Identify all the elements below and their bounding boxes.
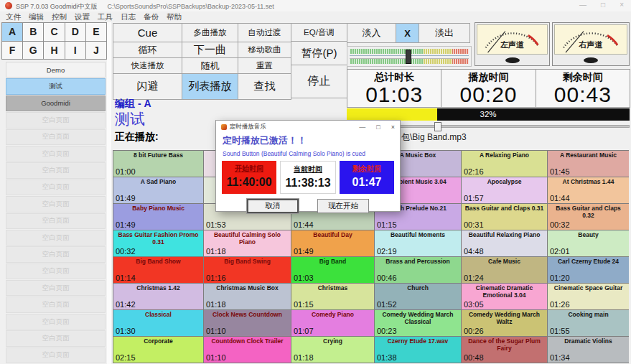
sound-button-cafe-music[interactable]: Cafe Music01:24 <box>461 256 548 284</box>
menu-item-帮助[interactable]: 帮助 <box>167 12 182 22</box>
page-item-empty[interactable]: 空白页面 <box>6 230 106 246</box>
sound-button-beautiful-day[interactable]: Beautiful Day01:49 <box>291 230 375 257</box>
next-track-button[interactable]: 下一曲 <box>182 42 238 58</box>
letter-tab-E[interactable]: E <box>85 22 107 42</box>
sound-button-a-relaxing-piano[interactable]: A Relaxing Piano02:16 <box>461 150 548 177</box>
menu-item-日志[interactable]: 日志 <box>121 12 136 22</box>
page-item-Demo[interactable]: Demo <box>6 62 106 78</box>
letter-tab-D[interactable]: D <box>65 22 86 42</box>
sound-button-corporate[interactable]: Corporate02:15 <box>113 336 204 363</box>
sound-button-beauty[interactable]: Beauty02:01 <box>547 230 629 257</box>
sound-button-christmas[interactable]: Christmas01:15 <box>291 283 375 310</box>
menu-item-编辑[interactable]: 编辑 <box>29 12 44 22</box>
fast-play-button[interactable]: 快速播放 <box>113 57 182 74</box>
page-item-empty[interactable]: 空白页面 <box>6 330 106 346</box>
sound-button-dramatic-violins[interactable]: Dramatic Violins01:34 <box>547 336 629 363</box>
sound-button-big-band-swing[interactable]: Big Band Swing01:16 <box>203 256 291 284</box>
eq-button[interactable]: EQ/音调 <box>291 23 347 42</box>
maximize-icon[interactable]: □ <box>601 1 605 9</box>
letter-tab-J[interactable]: J <box>85 41 107 60</box>
duck-button[interactable]: 闪避 <box>113 73 182 100</box>
sound-button-czerny-etude-17-wav[interactable]: Czerny Etude 17.wav01:38 <box>374 336 462 363</box>
cancel-button[interactable]: 取消 <box>247 199 299 213</box>
page-item-empty[interactable]: 空白页面 <box>6 246 106 262</box>
letter-tab-C[interactable]: C <box>43 22 65 42</box>
sound-button-big-band-show[interactable]: Big Band Show01:14 <box>113 256 204 284</box>
loop-button[interactable]: 循环 <box>113 42 182 58</box>
sound-button-a-restaurant-music[interactable]: A Restaurant Music01:45 <box>547 150 629 177</box>
sound-button-comedy-piano[interactable]: Comedy Piano01:07 <box>291 309 375 337</box>
multi-play-button[interactable]: 多曲播放 <box>182 23 238 42</box>
sound-button-at-christmas-1-44[interactable]: At Christmas 1.4401:44 <box>547 177 629 204</box>
menu-item-工具[interactable]: 工具 <box>98 12 113 22</box>
letter-tab-I[interactable]: I <box>65 41 86 60</box>
letter-tab-H[interactable]: H <box>43 41 65 60</box>
page-item-empty[interactable]: 空白页面 <box>6 112 106 128</box>
page-item-empty[interactable]: 空白页面 <box>6 146 106 162</box>
dialog-minimize-icon[interactable]: — <box>359 123 365 131</box>
fade-in-button[interactable]: 淡入 <box>347 23 396 43</box>
menu-item-设置[interactable]: 设置 <box>75 12 90 22</box>
seek-handle[interactable] <box>434 122 441 131</box>
list-play-button[interactable]: 列表播放 <box>182 73 238 100</box>
move-track-button[interactable]: 移动歌曲 <box>238 42 291 58</box>
sound-button-8-bit-future-bass[interactable]: 8 bit Future Bass01:00 <box>113 150 204 177</box>
stop-button[interactable]: 停止 <box>291 65 347 98</box>
page-item-empty[interactable]: 空白页面 <box>6 213 106 229</box>
sound-button-bass-guitar-and-claps-0-32[interactable]: Bass Guitar and Claps 0.3200:32 <box>547 203 629 230</box>
sound-button-comedy-wedding-march-waltz[interactable]: Comedy Wedding March Waltz00:26 <box>461 309 548 337</box>
close-icon[interactable]: × <box>620 1 624 9</box>
sound-button-big-band[interactable]: Big Band01:03 <box>291 256 375 284</box>
sound-button-dance-of-the-sugar-plum-fairy[interactable]: Dance of the Sugar Plum Fairy00:48 <box>461 336 548 363</box>
page-item-empty[interactable]: 空白页面 <box>6 314 106 330</box>
sound-button-christmas-music-box[interactable]: Christmas Music Box01:18 <box>203 283 291 310</box>
sound-button-church[interactable]: Church01:52 <box>374 283 462 310</box>
sound-button-beautiful-calming-solo-piano[interactable]: Beautiful Calming Solo Piano01:18 <box>203 230 291 257</box>
menu-item-文件[interactable]: 文件 <box>6 12 21 22</box>
page-item-empty[interactable]: 空白页面 <box>6 263 106 279</box>
sound-button-cooking-main[interactable]: Cooking main01:55 <box>547 309 629 337</box>
sound-button-classical[interactable]: Classical01:30 <box>113 309 204 337</box>
sound-button-baby-piano-music[interactable]: Baby Piano Music01:49 <box>113 203 204 230</box>
page-item-empty[interactable]: 空白页面 <box>6 280 106 296</box>
random-button[interactable]: 随机 <box>182 57 238 74</box>
sound-button-beautiful-moments[interactable]: Beautiful Moments02:19 <box>374 230 462 257</box>
page-item-empty[interactable]: 空白页面 <box>6 179 106 195</box>
sound-button-beautiful-relaxing-piano[interactable]: Beautiful Relaxing Piano04:48 <box>461 230 548 257</box>
sound-button-brass-and-percussion[interactable]: Brass and Percussion00:46 <box>374 256 462 284</box>
sound-button-a-sad-piano[interactable]: A Sad Piano01:49 <box>113 177 204 204</box>
pause-button[interactable]: 暂停(P) <box>291 41 347 65</box>
sound-button-apocalypse[interactable]: Apocalypse01:57 <box>461 177 548 204</box>
minimize-icon[interactable]: — <box>579 1 586 9</box>
sound-button-countdown-clock-trailer[interactable]: Countdown Clock Trailer01:10 <box>203 336 291 363</box>
sound-button-comedy-wedding-march-classical[interactable]: Comedy Wedding March Classical00:23 <box>374 309 462 337</box>
auto-transition-button[interactable]: 自动过渡 <box>238 23 291 42</box>
letter-tab-B[interactable]: B <box>22 22 44 42</box>
page-item-empty[interactable]: 空白页面 <box>6 297 106 312</box>
letter-tab-G[interactable]: G <box>22 41 44 60</box>
page-item-Goodmidi[interactable]: Goodmidi <box>6 95 106 111</box>
sound-button-christmas-1-42[interactable]: Christmas 1.4201:42 <box>113 283 204 310</box>
menu-item-控制[interactable]: 控制 <box>52 12 67 22</box>
letter-tab-F[interactable]: F <box>1 41 23 60</box>
reset-button[interactable]: 重置 <box>238 57 291 74</box>
page-item-empty[interactable]: 空白页面 <box>6 347 106 363</box>
page-item-empty[interactable]: 空白页面 <box>6 162 106 178</box>
page-item-测试[interactable]: 测试 <box>6 78 106 94</box>
page-item-empty[interactable]: 空白页面 <box>6 196 106 212</box>
find-button[interactable]: 查找 <box>238 73 291 100</box>
dialog-maximize-icon[interactable]: □ <box>376 123 380 131</box>
fade-out-button[interactable]: 淡出 <box>419 23 470 43</box>
sound-button-clock-news-countdown[interactable]: Clock News Countdown01:10 <box>203 309 291 337</box>
volume-handle[interactable] <box>406 50 411 64</box>
sound-button-cinematic-dramatic-emotional-3-04[interactable]: Cinematic Dramatic Emotional 3.0403:05 <box>461 283 548 310</box>
sound-button-bass-guitar-and-claps-0-31[interactable]: Bass Guitar and Claps 0.3100:31 <box>461 203 548 230</box>
fade-x-button[interactable]: X <box>396 23 419 43</box>
dialog-close-icon[interactable]: × <box>391 123 395 131</box>
letter-tab-A[interactable]: A <box>1 22 23 42</box>
volume-slider[interactable] <box>347 46 472 67</box>
sound-button-bass-guitar-fashion-promo-0-31[interactable]: Bass Guitar Fashion Promo 0.3100:32 <box>113 230 204 257</box>
sound-button-cinematic-space-guitar[interactable]: Cinematic Space Guitar01:26 <box>547 283 629 310</box>
sound-button-carl-czerny-etude-24[interactable]: Carl Czerny Etude 2401:20 <box>547 256 629 284</box>
sound-button-crying[interactable]: Crying01:18 <box>291 336 375 363</box>
